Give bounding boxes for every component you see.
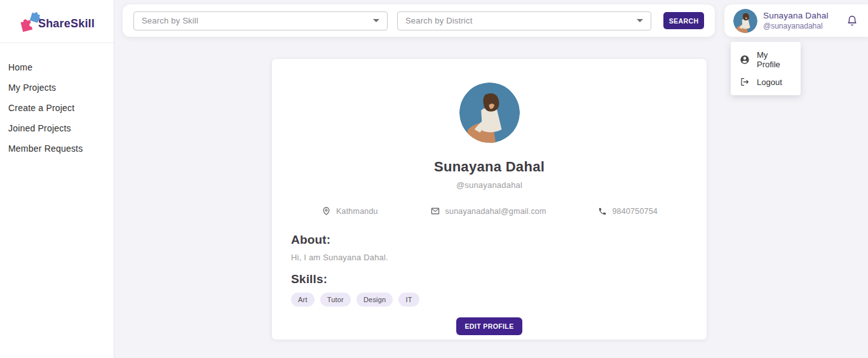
sidebar-item-joined-projects[interactable]: Joined Projects — [0, 118, 114, 138]
skill-pill: Tutor — [320, 293, 351, 307]
location-pin-icon — [322, 206, 331, 216]
location-text: Kathmandu — [336, 207, 378, 216]
contact-row: Kathmandu sunayanadahal@gmail.com 984075… — [272, 206, 707, 216]
topbar-user-name: Sunayana Dahal — [763, 11, 829, 20]
menu-item-logout[interactable]: Logout — [731, 73, 801, 91]
brand-logo[interactable]: ShareSkill — [19, 10, 95, 33]
skill-pill: Design — [356, 293, 393, 307]
skill-pill: IT — [398, 293, 419, 307]
skills-heading: Skills: — [291, 272, 688, 286]
chevron-down-icon — [637, 19, 643, 22]
phone-icon — [598, 207, 607, 216]
district-select-placeholder: Search by District — [405, 16, 472, 25]
sidebar-nav: Home My Projects Create a Project Joined… — [0, 43, 114, 159]
skills-row: Art Tutor Design IT — [291, 293, 688, 307]
about-heading: About: — [291, 233, 688, 247]
district-select[interactable]: Search by District — [397, 11, 651, 30]
bell-icon[interactable] — [846, 15, 858, 27]
menu-item-my-profile[interactable]: My Profile — [731, 46, 801, 73]
about-text: Hi, I am Sunayana Dahal. — [291, 253, 688, 262]
top-search-bar: Search by Skill Search by District SEARC… — [123, 4, 715, 37]
edit-profile-button[interactable]: EDIT PROFILE — [456, 317, 522, 335]
search-button[interactable]: SEARCH — [663, 12, 704, 29]
profile-card: Sunayana Dahal @sunayanadahal Kathmandu … — [272, 59, 707, 340]
logout-icon — [740, 77, 750, 87]
profile-body: About: Hi, I am Sunayana Dahal. Skills: … — [272, 233, 707, 307]
skill-pill: Art — [291, 293, 315, 307]
topbar-user-meta[interactable]: Sunayana Dahal @sunayanadahal — [763, 11, 829, 30]
phone-item: 9840750754 — [598, 207, 658, 216]
menu-item-label: My Profile — [757, 50, 792, 69]
profile-avatar — [459, 83, 520, 143]
profile-name: Sunayana Dahal — [272, 159, 707, 175]
avatar[interactable] — [733, 9, 757, 33]
menu-item-label: Logout — [757, 77, 782, 87]
chevron-down-icon — [373, 19, 379, 22]
profile-avatar-photo — [459, 83, 520, 143]
sidebar: ShareSkill Home My Projects Create a Pro… — [0, 0, 114, 358]
sidebar-item-home[interactable]: Home — [0, 57, 114, 77]
envelope-icon — [430, 206, 440, 216]
logo-container: ShareSkill — [0, 0, 114, 43]
email-text: sunayanadahal@gmail.com — [445, 207, 546, 216]
user-circle-icon — [740, 55, 750, 65]
avatar-photo — [733, 9, 757, 33]
user-dropdown-menu: My Profile Logout — [731, 42, 801, 95]
email-item: sunayanadahal@gmail.com — [430, 206, 546, 216]
skill-select-placeholder: Search by Skill — [142, 16, 198, 25]
topbar-user-handle: @sunayanadahal — [763, 22, 829, 30]
sidebar-item-create-a-project[interactable]: Create a Project — [0, 98, 114, 118]
skill-select[interactable]: Search by Skill — [133, 11, 388, 30]
profile-handle: @sunayanadahal — [272, 180, 707, 190]
topbar-user-section: Sunayana Dahal @sunayanadahal — [724, 4, 868, 37]
phone-text: 9840750754 — [612, 207, 658, 216]
sidebar-item-member-requests[interactable]: Member Requests — [0, 138, 114, 159]
brand-name: ShareSkill — [38, 17, 95, 33]
sidebar-item-my-projects[interactable]: My Projects — [0, 77, 114, 98]
location-item: Kathmandu — [322, 206, 378, 216]
